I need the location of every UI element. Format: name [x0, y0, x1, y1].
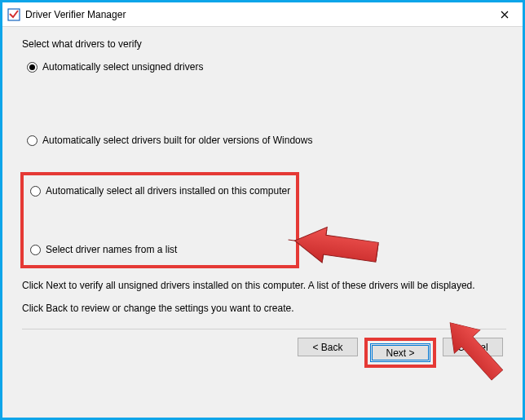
radio-label: Automatically select unsigned drivers — [42, 61, 203, 73]
radio-indicator-icon — [30, 186, 41, 197]
next-button[interactable]: Next > — [370, 343, 430, 362]
radio-indicator-icon — [30, 245, 41, 255]
radio-older-windows-drivers[interactable]: Automatically select drivers built for o… — [27, 133, 506, 148]
back-button[interactable]: < Back — [298, 338, 358, 356]
cancel-button[interactable]: Cancel — [443, 338, 503, 356]
window-frame: Driver Verifier Manager Select what driv… — [0, 0, 525, 420]
radio-label: Select driver names from a list — [46, 244, 177, 255]
info-text-2: Click Back to review or change the setti… — [22, 303, 506, 314]
radio-indicator-icon — [27, 62, 38, 73]
radio-label: Automatically select all drivers install… — [46, 185, 290, 197]
info-text-1: Click Next to verify all unsigned driver… — [22, 280, 506, 291]
radio-label: Automatically select drivers built for o… — [42, 135, 312, 146]
button-row: < Back Next > Cancel — [22, 338, 506, 368]
annotation-next-highlight: Next > — [364, 338, 436, 368]
annotation-highlight-box: Automatically select all drivers install… — [20, 172, 299, 268]
annotation-arrow-icon — [288, 223, 394, 272]
radio-select-from-list[interactable]: Select driver names from a list — [30, 242, 291, 257]
close-icon — [501, 11, 509, 19]
radio-unsigned-drivers[interactable]: Automatically select unsigned drivers — [27, 60, 506, 74]
app-icon — [7, 8, 20, 21]
radio-indicator-icon — [27, 135, 38, 146]
radio-all-installed-drivers[interactable]: Automatically select all drivers install… — [30, 183, 291, 198]
group-label: Select what drivers to verify — [22, 38, 506, 50]
close-button[interactable] — [486, 2, 523, 27]
window-title: Driver Verifier Manager — [25, 9, 126, 20]
separator — [22, 329, 506, 329]
titlebar: Driver Verifier Manager — [2, 2, 523, 27]
client-area: Select what drivers to verify Automatica… — [2, 27, 523, 418]
